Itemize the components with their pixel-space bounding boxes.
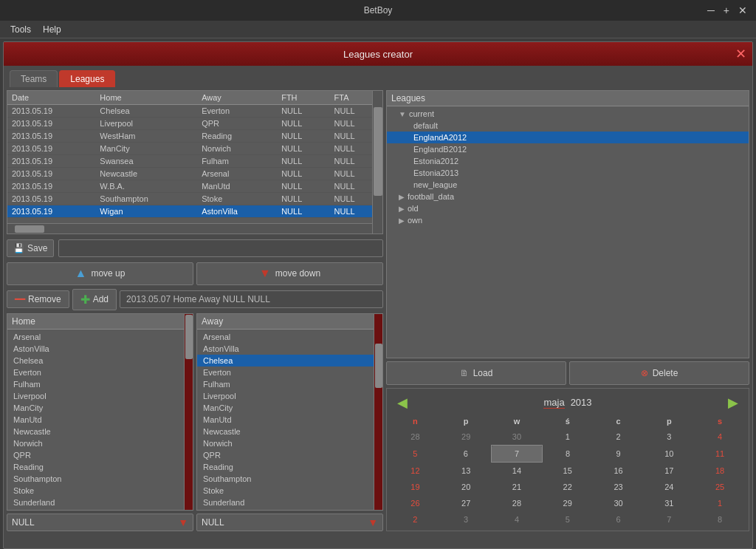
cal-day[interactable]: 19 xyxy=(390,479,441,495)
home-list-item[interactable]: Arsenal xyxy=(7,331,193,343)
away-list-item[interactable]: AstonVilla xyxy=(197,343,382,355)
leagues-tree-item[interactable]: Estonia2012 xyxy=(387,155,749,167)
cal-day[interactable]: 7 xyxy=(644,511,695,528)
cal-day[interactable]: 7 xyxy=(492,446,543,463)
away-list-item[interactable]: Arsenal xyxy=(197,331,382,343)
cal-day[interactable]: 2 xyxy=(593,429,644,446)
home-list-item[interactable]: ManUtd xyxy=(7,414,193,426)
cal-day[interactable]: 3 xyxy=(441,511,492,528)
cal-day[interactable]: 25 xyxy=(695,479,746,495)
cal-day[interactable]: 1 xyxy=(695,495,746,511)
cal-day[interactable]: 27 xyxy=(441,495,492,511)
table-row[interactable]: 2013.05.19ChelseaEvertonNULLNULL xyxy=(7,105,382,117)
table-row[interactable]: 2013.05.19WiganAstonVillaNULLNULL xyxy=(7,205,382,218)
cal-day[interactable]: 6 xyxy=(441,446,492,463)
cal-day[interactable]: 8 xyxy=(695,511,746,528)
move-up-button[interactable]: ▲ move up xyxy=(7,262,193,286)
cal-day[interactable]: 6 xyxy=(593,511,644,528)
leagues-tree-item[interactable]: ▶football_data xyxy=(387,191,749,202)
cal-day[interactable]: 9 xyxy=(593,446,644,463)
table-row[interactable]: 2013.05.19LiverpoolQPRNULLNULL xyxy=(7,117,382,130)
away-list-item[interactable]: Chelsea xyxy=(197,355,382,366)
table-row[interactable]: 2013.05.19SouthamptonStokeNULLNULL xyxy=(7,193,382,205)
entry-field[interactable] xyxy=(120,290,383,308)
cal-day[interactable]: 1 xyxy=(542,429,593,446)
away-list-item[interactable]: Stoke xyxy=(197,485,382,497)
home-list-item[interactable]: Norwich xyxy=(7,437,193,449)
home-list-item[interactable]: Chelsea xyxy=(7,355,193,366)
home-list-item[interactable]: QPR xyxy=(7,449,193,461)
leagues-tree-item[interactable]: new_league xyxy=(387,179,749,191)
cal-day[interactable]: 12 xyxy=(390,463,441,480)
menu-help[interactable]: Help xyxy=(37,23,67,36)
away-list-item[interactable]: ManCity xyxy=(197,402,382,414)
cal-day[interactable]: 5 xyxy=(390,446,441,463)
leagues-tree-item[interactable]: Estonia2013 xyxy=(387,167,749,179)
cal-day[interactable]: 24 xyxy=(644,479,695,495)
home-list-item[interactable]: Liverpool xyxy=(7,390,193,402)
away-list-item[interactable]: Liverpool xyxy=(197,390,382,402)
cal-day[interactable]: 29 xyxy=(542,495,593,511)
cal-day[interactable]: 23 xyxy=(593,479,644,495)
cal-day[interactable]: 20 xyxy=(441,479,492,495)
cal-day[interactable]: 8 xyxy=(542,446,593,463)
remove-button[interactable]: ━━ Remove xyxy=(7,290,69,308)
cal-day[interactable]: 31 xyxy=(644,495,695,511)
tab-teams[interactable]: Teams xyxy=(10,70,58,87)
leagues-tree-item[interactable]: EnglandA2012 xyxy=(387,132,749,143)
cal-day[interactable]: 4 xyxy=(492,511,543,528)
cal-day[interactable]: 16 xyxy=(593,463,644,480)
home-list-item[interactable]: ManCity xyxy=(7,402,193,414)
home-list-item[interactable]: Stoke xyxy=(7,485,193,497)
away-list-item[interactable]: Sunderland xyxy=(197,497,382,508)
away-list-item[interactable]: Norwich xyxy=(197,437,382,449)
cal-day[interactable]: 28 xyxy=(492,495,543,511)
cal-day[interactable]: 2 xyxy=(390,511,441,528)
cal-day[interactable]: 30 xyxy=(593,495,644,511)
cal-prev-button[interactable]: ◀ xyxy=(394,395,410,411)
horizontal-scrollbar[interactable] xyxy=(7,223,372,233)
add-button[interactable]: ✚ Add xyxy=(72,289,117,310)
table-row[interactable]: 2013.05.19SwanseaFulhamNULLNULL xyxy=(7,155,382,168)
away-list-item[interactable]: Fulham xyxy=(197,378,382,390)
away-list-item[interactable]: QPR xyxy=(197,449,382,461)
cal-day[interactable]: 18 xyxy=(695,463,746,480)
menu-tools[interactable]: Tools xyxy=(4,23,37,36)
move-down-button[interactable]: ▼ move down xyxy=(196,262,383,286)
leagues-tree-item[interactable]: default xyxy=(387,120,749,132)
cal-day[interactable]: 15 xyxy=(542,463,593,480)
home-list-item[interactable]: Southampton xyxy=(7,473,193,485)
away-list-item[interactable]: Southampton xyxy=(197,473,382,485)
home-scrollbar[interactable] xyxy=(184,314,193,510)
cal-day[interactable]: 21 xyxy=(492,479,543,495)
minimize-button[interactable]: ─ xyxy=(704,4,718,16)
home-list-item[interactable]: AstonVilla xyxy=(7,343,193,355)
window-close-icon[interactable]: ✕ xyxy=(735,46,746,62)
leagues-tree-item[interactable]: ▶old xyxy=(387,202,749,214)
away-list-item[interactable]: Newcastle xyxy=(197,426,382,437)
vertical-scrollbar[interactable] xyxy=(372,91,382,233)
table-row[interactable]: 2013.05.19ManCityNorwichNULLNULL xyxy=(7,143,382,155)
cal-next-button[interactable]: ▶ xyxy=(725,395,741,411)
cal-day[interactable]: 26 xyxy=(390,495,441,511)
table-row[interactable]: 2013.05.19WestHamReadingNULLNULL xyxy=(7,130,382,143)
home-list-item[interactable]: Newcastle xyxy=(7,426,193,437)
cal-day[interactable]: 10 xyxy=(644,446,695,463)
home-null-select[interactable]: NULL ▼ xyxy=(7,514,193,531)
away-list-item[interactable]: Reading xyxy=(197,461,382,473)
save-text-field[interactable] xyxy=(58,239,383,257)
table-row[interactable]: 2013.05.19NewcastleArsenalNULLNULL xyxy=(7,168,382,180)
leagues-tree-item[interactable]: EnglandB2012 xyxy=(387,143,749,155)
cal-day[interactable]: 11 xyxy=(695,446,746,463)
leagues-tree-item[interactable]: ▶own xyxy=(387,214,749,226)
away-list-item[interactable]: ManUtd xyxy=(197,414,382,426)
cal-day[interactable]: 28 xyxy=(390,429,441,446)
home-list-item[interactable]: Sunderland xyxy=(7,497,193,508)
cal-day[interactable]: 3 xyxy=(644,429,695,446)
table-row[interactable]: 2013.05.19W.B.A.ManUtdNULLNULL xyxy=(7,180,382,193)
close-button[interactable]: ✕ xyxy=(735,4,750,16)
away-null-select[interactable]: NULL ▼ xyxy=(196,514,383,531)
cal-day[interactable]: 4 xyxy=(695,429,746,446)
cal-day[interactable]: 5 xyxy=(542,511,593,528)
home-list-item[interactable]: Fulham xyxy=(7,378,193,390)
